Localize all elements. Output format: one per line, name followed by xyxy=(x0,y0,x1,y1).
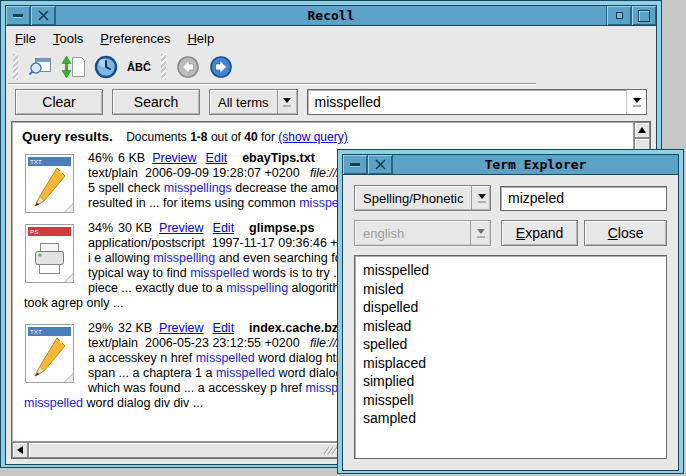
preview-link[interactable]: Preview xyxy=(152,151,196,165)
snippet-text: piece ... exactly due to a xyxy=(88,281,226,295)
close-icon xyxy=(38,10,49,21)
chevron-down-icon[interactable] xyxy=(277,90,297,114)
close-icon xyxy=(375,159,386,170)
term-list-item[interactable]: misspell xyxy=(363,391,658,410)
minimize-button[interactable] xyxy=(6,6,31,25)
language-value: english xyxy=(355,221,470,245)
snippet-text: word dialog xyxy=(275,366,342,380)
search-mode-combobox[interactable]: All terms xyxy=(209,89,298,115)
relevance-percent: 46% xyxy=(88,151,113,165)
dialog-title: Term Explorer xyxy=(393,155,678,174)
term-list-item[interactable]: misplaced xyxy=(363,354,658,373)
for-label: for xyxy=(261,130,275,144)
maximize-icon xyxy=(638,10,650,22)
close-button[interactable]: Close xyxy=(584,220,667,246)
snippet-text: took agrep only ... xyxy=(24,296,123,310)
term-explorer-titlebar[interactable]: Term Explorer xyxy=(343,155,678,175)
snippet-text: typical way to find xyxy=(88,266,190,280)
next-page-icon[interactable] xyxy=(207,53,235,81)
term-list-item[interactable]: misspelled xyxy=(363,261,658,280)
term-list-item[interactable]: dispelled xyxy=(363,298,658,317)
highlighted-term: misspelling xyxy=(226,281,288,295)
advanced-search-icon[interactable] xyxy=(26,53,54,81)
language-combobox[interactable]: english xyxy=(354,220,491,246)
svg-text:PS: PS xyxy=(30,228,38,235)
relevance-percent: 34% xyxy=(88,221,113,235)
search-row: Clear Search All terms misspelled xyxy=(6,85,656,119)
highlighted-term: misspelled xyxy=(196,351,255,365)
minimize-icon xyxy=(350,163,360,166)
expand-mode-combobox[interactable]: Spelling/Phonetic xyxy=(354,185,491,211)
show-query-link[interactable]: (show query) xyxy=(278,130,347,144)
close-button[interactable] xyxy=(368,155,393,174)
highlighted-term: misspelled xyxy=(24,396,83,410)
term-list-item[interactable]: sampled xyxy=(363,409,658,428)
chevron-down-icon[interactable] xyxy=(471,186,491,210)
ps-file-icon: PS xyxy=(24,223,76,285)
query-value[interactable]: misspelled xyxy=(308,90,626,114)
out-of-label: out of xyxy=(211,130,241,144)
snippet-text: which was found ... a accesskey p href xyxy=(88,381,305,395)
svg-text:TXT: TXT xyxy=(30,158,42,165)
docs-range: 1-8 xyxy=(190,130,207,144)
query-combobox[interactable]: misspelled xyxy=(307,89,647,115)
menu-preferences[interactable]: Preferences xyxy=(100,31,170,46)
scroll-up-button[interactable] xyxy=(634,122,650,138)
snippet-text: span ... a chaptera 1 a xyxy=(88,366,216,380)
edit-link[interactable]: Edit xyxy=(213,221,235,235)
results-header: Query results. Documents 1-8 out of 40 f… xyxy=(22,129,633,144)
previous-page-icon[interactable] xyxy=(174,53,202,81)
edit-link[interactable]: Edit xyxy=(213,321,235,335)
snippet-text: a accesskey n href xyxy=(88,351,196,365)
file-size: 6 KB xyxy=(118,151,145,165)
shade-icon xyxy=(616,12,623,19)
term-input-value: mizpeled xyxy=(508,190,564,206)
menu-help[interactable]: Help xyxy=(187,31,214,46)
menu-tools[interactable]: Tools xyxy=(53,31,83,46)
term-list-item[interactable]: misled xyxy=(363,280,658,299)
txt-file-icon: TXT xyxy=(24,153,76,215)
highlighted-term: misspelled xyxy=(190,266,249,280)
snippet-text: words is to try ... xyxy=(249,266,343,280)
txt-file-icon: TXT xyxy=(24,323,76,385)
search-mode-value: All terms xyxy=(210,90,277,114)
results-title: Query results. xyxy=(22,129,113,144)
term-list-item[interactable]: mislead xyxy=(363,317,658,336)
scroll-left-button[interactable] xyxy=(12,442,28,458)
minimize-button[interactable] xyxy=(343,155,368,174)
relevance-percent: 29% xyxy=(88,321,113,335)
term-list-item[interactable]: simplied xyxy=(363,372,658,391)
main-titlebar[interactable]: Recoll xyxy=(6,6,656,26)
spell-check-text: ÅBĈ xyxy=(127,61,151,73)
search-button[interactable]: Search xyxy=(112,89,200,115)
maximize-button[interactable] xyxy=(631,6,656,25)
preview-link[interactable]: Preview xyxy=(159,221,203,235)
docs-total: 40 xyxy=(244,130,257,144)
snippet-text: 5 spell check xyxy=(88,181,164,195)
toolbar-handle[interactable] xyxy=(161,54,166,80)
expand-button[interactable]: Expand xyxy=(501,220,578,246)
clear-button[interactable]: Clear xyxy=(15,89,103,115)
shade-button[interactable] xyxy=(606,6,631,25)
svg-text:TXT: TXT xyxy=(30,328,42,335)
expand-mode-value: Spelling/Phonetic xyxy=(355,186,471,210)
snippet-text: decrease the amount xyxy=(232,181,353,195)
snippet-text: word dialog htm xyxy=(255,351,347,365)
snippet-text: word dialog div div ... xyxy=(83,396,203,410)
term-explorer-icon[interactable]: ÅBĈ xyxy=(125,53,153,81)
menu-file[interactable]: File xyxy=(15,31,36,46)
chevron-down-icon[interactable] xyxy=(626,90,646,114)
term-list-item[interactable]: spelled xyxy=(363,335,658,354)
edit-link[interactable]: Edit xyxy=(206,151,228,165)
snippet-text: i e allowing xyxy=(88,251,153,265)
preview-link[interactable]: Preview xyxy=(159,321,203,335)
toolbar: ÅBĈ xyxy=(6,50,656,83)
sort-parameters-icon[interactable] xyxy=(59,53,87,81)
term-input[interactable]: mizpeled xyxy=(500,186,667,211)
highlighted-term: misspellings xyxy=(164,181,232,195)
docs-label: Documents xyxy=(126,130,187,144)
term-list[interactable]: misspelledmisleddispelledmisleadspelledm… xyxy=(354,255,667,459)
document-history-icon[interactable] xyxy=(92,53,120,81)
close-button[interactable] xyxy=(31,6,56,25)
toolbar-handle[interactable] xyxy=(13,54,18,80)
